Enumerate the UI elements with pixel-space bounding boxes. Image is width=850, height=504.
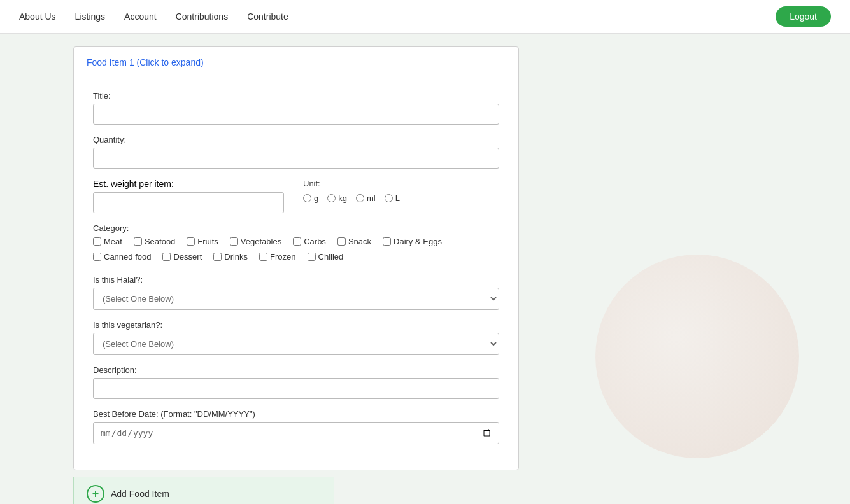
unit-g-label[interactable]: g (303, 193, 318, 203)
unit-L-label[interactable]: L (385, 193, 400, 203)
cat-dairy-eggs-checkbox[interactable] (383, 237, 391, 246)
cat-frozen-checkbox[interactable] (259, 253, 267, 261)
unit-ml-label[interactable]: ml (356, 193, 376, 203)
nav-account[interactable]: Account (124, 11, 157, 22)
vegetarian-label: Is this vegetarian?: (93, 320, 499, 330)
description-group: Description: (93, 365, 499, 399)
vegetarian-group: Is this vegetarian?: (Select One Below) … (93, 320, 499, 355)
cat-meat-label[interactable]: Meat (93, 237, 122, 246)
cat-canned-checkbox[interactable] (93, 253, 101, 261)
cat-chilled-checkbox[interactable] (308, 253, 316, 261)
quantity-group: Quantity: (93, 135, 499, 169)
unit-col: Unit: g kg ml L (303, 179, 499, 203)
cat-carbs-label[interactable]: Carbs (293, 237, 326, 246)
title-label: Title: (93, 91, 499, 101)
unit-radio-group: g kg ml L (303, 193, 499, 203)
nav-listings[interactable]: Listings (75, 11, 105, 22)
bottom-buttons: + Add Food Item - Remove Last Item (73, 477, 334, 504)
cat-meat-checkbox[interactable] (93, 237, 101, 246)
title-group: Title: (93, 91, 499, 125)
cat-drinks-label[interactable]: Drinks (213, 252, 248, 262)
cat-canned-label[interactable]: Canned food (93, 252, 151, 262)
cat-dessert-checkbox[interactable] (162, 253, 171, 261)
unit-kg-label[interactable]: kg (327, 193, 347, 203)
unit-kg-radio[interactable] (327, 194, 336, 202)
cat-vegetables-checkbox[interactable] (230, 237, 238, 246)
nav-about-us[interactable]: About Us (19, 11, 56, 22)
unit-label: Unit: (303, 179, 499, 188)
best-before-group: Best Before Date: (Format: "DD/MM/YYYY") (93, 409, 499, 444)
cat-chilled-label[interactable]: Chilled (308, 252, 344, 262)
weight-label: Est. weight per item: (93, 179, 174, 189)
quantity-label: Quantity: (93, 135, 499, 144)
nav-contributions[interactable]: Contributions (176, 11, 229, 22)
cat-fruits-label[interactable]: Fruits (187, 237, 218, 246)
nav-contribute[interactable]: Contribute (247, 11, 288, 22)
logout-button[interactable]: Logout (776, 6, 831, 27)
weight-input[interactable] (93, 192, 284, 213)
category-label: Category: (93, 223, 499, 233)
description-input[interactable] (93, 378, 499, 399)
halal-label: Is this Halal?: (93, 275, 499, 284)
category-checkbox-row: Meat Seafood Fruits Vegetables Carbs Sna… (93, 237, 499, 249)
food-item-expand-header[interactable]: Food Item 1 (Click to expand) (74, 47, 518, 78)
weight-col: Est. weight per item: (93, 179, 284, 213)
add-icon: + (87, 485, 104, 503)
food-item-card: Food Item 1 (Click to expand) Title: Qua… (73, 46, 519, 470)
quantity-input[interactable] (93, 148, 499, 169)
halal-group: Is this Halal?: (Select One Below) Yes N… (93, 275, 499, 310)
add-food-item-button[interactable]: + Add Food Item (73, 477, 334, 504)
weight-unit-row: Est. weight per item: Unit: g kg ml (93, 179, 499, 213)
unit-ml-radio[interactable] (356, 194, 364, 202)
cat-carbs-checkbox[interactable] (293, 237, 301, 246)
cat-drinks-checkbox[interactable] (213, 253, 222, 261)
category-group: Category: Meat Seafood Fruits Vegetables… (93, 223, 499, 265)
unit-L-radio[interactable] (385, 194, 393, 202)
cat-dessert-label[interactable]: Dessert (162, 252, 202, 262)
cat-snack-label[interactable]: Snack (337, 237, 371, 246)
cat-seafood-label[interactable]: Seafood (134, 237, 175, 246)
cat-vegetables-label[interactable]: Vegetables (230, 237, 281, 246)
best-before-label: Best Before Date: (Format: "DD/MM/YYYY") (93, 409, 499, 419)
title-input[interactable] (93, 104, 499, 125)
add-food-item-label: Add Food Item (111, 489, 169, 499)
navbar: About Us Listings Account Contributions … (0, 0, 850, 34)
best-before-input[interactable] (93, 422, 499, 444)
cat-snack-checkbox[interactable] (337, 237, 346, 246)
category-checkbox-row-2: Canned food Dessert Drinks Frozen Chille… (93, 252, 499, 265)
vegetarian-select[interactable]: (Select One Below) Yes No Unknown (93, 333, 499, 355)
cat-dairy-eggs-label[interactable]: Dairy & Eggs (383, 237, 442, 246)
unit-g-radio[interactable] (303, 194, 311, 202)
description-label: Description: (93, 365, 499, 375)
cat-fruits-checkbox[interactable] (187, 237, 195, 246)
cat-frozen-label[interactable]: Frozen (259, 252, 295, 262)
cat-seafood-checkbox[interactable] (134, 237, 142, 246)
food-item-form-body: Title: Quantity: Est. weight per item: U… (74, 78, 518, 470)
halal-select[interactable]: (Select One Below) Yes No Unknown (93, 288, 499, 310)
